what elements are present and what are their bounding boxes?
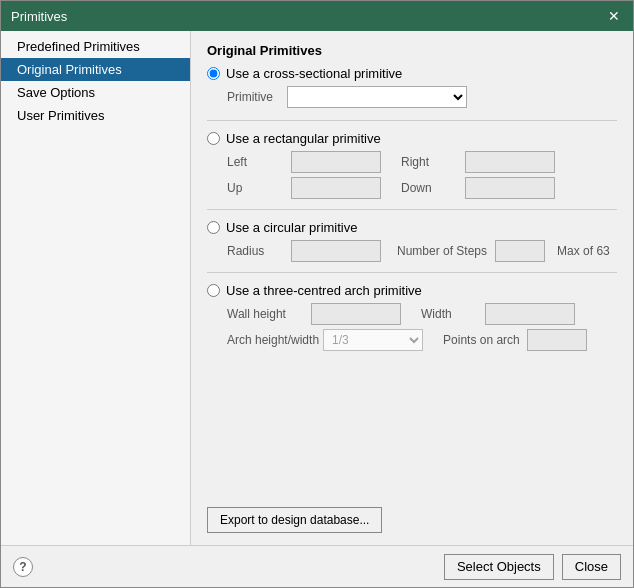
select-objects-button[interactable]: Select Objects [444,554,554,580]
main-panel: Original Primitives Use a cross-sectiona… [191,31,633,545]
up-field: Up 10.0 [227,177,381,199]
three-centred-radio-row: Use a three-centred arch primitive [207,283,617,298]
circular-radio-row: Use a circular primitive [207,220,617,235]
down-field: Down 10.0 [401,177,555,199]
arch-bottom-row: Arch height/width 1/3 Points on arch 63 [227,329,617,351]
sidebar: Predefined Primitives Original Primitive… [1,31,191,545]
content-area: Predefined Primitives Original Primitive… [1,31,633,545]
wall-height-input[interactable]: 10.0 [311,303,401,325]
arch-height-dropdown[interactable]: 1/3 [323,329,423,351]
down-input[interactable]: 10.0 [465,177,555,199]
main-content: Original Primitives Use a cross-sectiona… [207,43,617,533]
close-button[interactable]: Close [562,554,621,580]
rectangular-label[interactable]: Use a rectangular primitive [226,131,381,146]
down-label: Down [401,181,461,195]
bottom-bar: ? Select Objects Close [1,545,633,587]
wall-height-label: Wall height [227,307,307,321]
close-window-button[interactable]: ✕ [605,7,623,25]
left-label: Left [227,155,287,169]
rectangular-group: Use a rectangular primitive Left 10.0 Ri… [207,120,617,199]
title-bar: Primitives ✕ [1,1,633,31]
sidebar-item-user[interactable]: User Primitives [1,104,190,127]
wall-height-field: Wall height 10.0 [227,303,401,325]
help-button[interactable]: ? [13,557,33,577]
up-input[interactable]: 10.0 [291,177,381,199]
right-label: Right [401,155,461,169]
sidebar-item-predefined[interactable]: Predefined Primitives [1,35,190,58]
three-centred-radio[interactable] [207,284,220,297]
sidebar-item-original[interactable]: Original Primitives [1,58,190,81]
left-input[interactable]: 10.0 [291,151,381,173]
up-label: Up [227,181,287,195]
right-field: Right 10.0 [401,151,555,173]
arch-top-row: Wall height 10.0 Width 10.0 [227,303,617,325]
primitive-field-row: Primitive [227,86,617,108]
sidebar-item-save[interactable]: Save Options [1,81,190,104]
rect-left-right-row: Left 10.0 Right 10.0 [227,151,617,173]
radius-input[interactable]: 10.0 [291,240,381,262]
left-field: Left 10.0 [227,151,381,173]
cross-section-radio[interactable] [207,67,220,80]
circular-group: Use a circular primitive Radius 10.0 Num… [207,209,617,262]
rectangular-radio[interactable] [207,132,220,145]
window-title: Primitives [11,9,67,24]
export-button[interactable]: Export to design database... [207,507,382,533]
points-on-arch-label: Points on arch [443,333,523,347]
three-centred-label[interactable]: Use a three-centred arch primitive [226,283,422,298]
circular-fields-row: Radius 10.0 Number of Steps 63 Max of 63 [227,240,617,262]
primitives-window: Primitives ✕ Predefined Primitives Origi… [0,0,634,588]
cross-section-radio-row: Use a cross-sectional primitive [207,66,617,81]
points-on-arch-input[interactable]: 63 [527,329,587,351]
cross-section-group: Use a cross-sectional primitive Primitiv… [207,66,617,108]
help-area: ? [13,557,436,577]
arch-height-field: Arch height/width 1/3 [227,329,423,351]
cross-section-label[interactable]: Use a cross-sectional primitive [226,66,402,81]
width-label: Width [421,307,481,321]
steps-input[interactable]: 63 [495,240,545,262]
arch-height-label: Arch height/width [227,333,319,347]
rectangular-radio-row: Use a rectangular primitive [207,131,617,146]
export-area: Export to design database... [207,497,617,533]
steps-label: Number of Steps [397,244,487,258]
max-label: Max of 63 [557,244,610,258]
radius-label: Radius [227,244,287,258]
section-title: Original Primitives [207,43,617,58]
circular-radio[interactable] [207,221,220,234]
rect-up-down-row: Up 10.0 Down 10.0 [227,177,617,199]
right-input[interactable]: 10.0 [465,151,555,173]
primitive-dropdown[interactable] [287,86,467,108]
circular-label[interactable]: Use a circular primitive [226,220,357,235]
three-centred-group: Use a three-centred arch primitive Wall … [207,272,617,351]
points-on-arch-field: Points on arch 63 [443,329,587,351]
primitive-label: Primitive [227,90,287,104]
radius-field: Radius 10.0 [227,240,381,262]
width-input[interactable]: 10.0 [485,303,575,325]
width-field: Width 10.0 [421,303,575,325]
main-inner: Original Primitives Use a cross-sectiona… [207,43,617,497]
